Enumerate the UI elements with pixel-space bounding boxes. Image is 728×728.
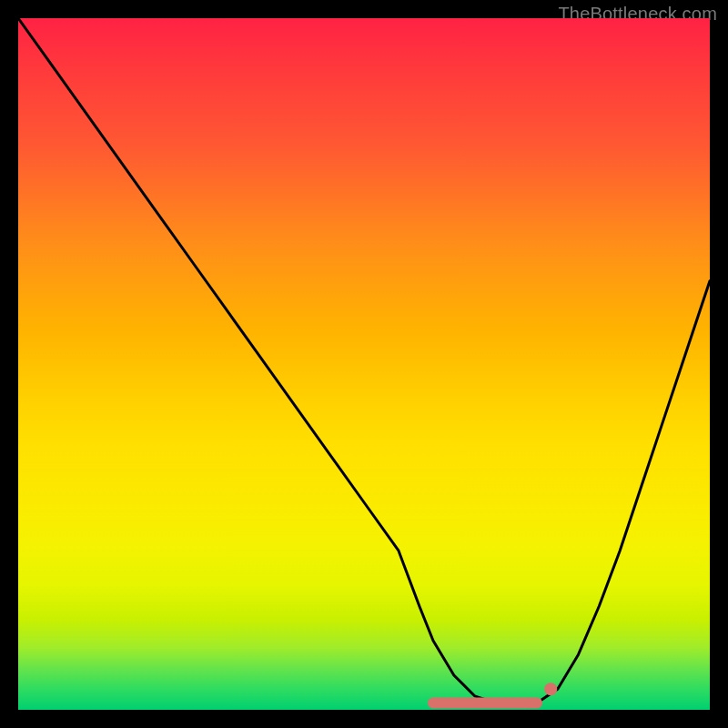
highlight-dot: [544, 682, 557, 695]
bottleneck-curve: [18, 18, 710, 703]
chart-container: TheBottleneck.com: [0, 0, 728, 728]
curve-svg: [18, 18, 710, 710]
plot-area: [18, 18, 710, 710]
